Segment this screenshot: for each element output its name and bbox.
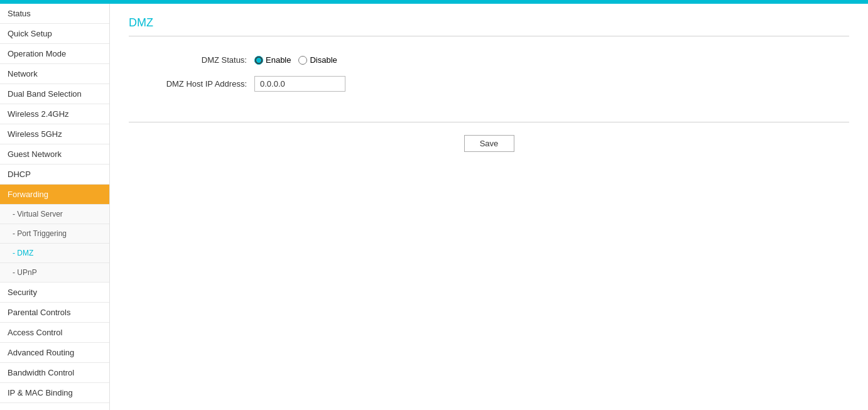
sidebar-item-bandwidth-control[interactable]: Bandwidth Control [0,363,109,383]
form-section: DMZ Status: Enable Disable DMZ Host IP A… [129,49,849,116]
sidebar-item-dual-band-selection[interactable]: Dual Band Selection [0,84,109,104]
disable-radio[interactable] [298,56,307,65]
disable-option[interactable]: Disable [298,55,337,65]
top-divider [129,36,849,36]
sidebar-item-wireless-24ghz[interactable]: Wireless 2.4GHz [0,104,109,124]
dmz-status-row: DMZ Status: Enable Disable [129,55,849,65]
sidebar-item-port-triggering[interactable]: - Port Triggering [0,224,109,244]
sidebar-item-virtual-server[interactable]: - Virtual Server [0,205,109,224]
sidebar-item-status[interactable]: Status [0,4,109,24]
save-row: Save [129,135,849,152]
sidebar-item-guest-network[interactable]: Guest Network [0,144,109,165]
enable-label: Enable [266,55,291,65]
sidebar-item-security[interactable]: Security [0,283,109,303]
sidebar-item-network[interactable]: Network [0,64,109,84]
sidebar-item-access-control[interactable]: Access Control [0,323,109,343]
sidebar-item-dynamic-dns[interactable]: Dynamic DNS [0,403,109,410]
sidebar-item-upnp[interactable]: - UPnP [0,263,109,283]
sidebar-item-advanced-routing[interactable]: Advanced Routing [0,343,109,363]
dmz-host-ip-label: DMZ Host IP Address: [129,79,254,89]
sidebar-item-operation-mode[interactable]: Operation Mode [0,44,109,64]
sidebar-item-quick-setup[interactable]: Quick Setup [0,24,109,44]
bottom-divider [129,122,849,122]
sidebar-item-parental-controls[interactable]: Parental Controls [0,303,109,323]
sidebar-item-wireless-5ghz[interactable]: Wireless 5GHz [0,124,109,144]
sidebar-item-dhcp[interactable]: DHCP [0,165,109,185]
dmz-host-ip-input[interactable] [254,76,345,92]
disable-label: Disable [310,55,337,65]
dmz-status-label: DMZ Status: [129,55,254,65]
page-title: DMZ [129,16,849,30]
sidebar-item-forwarding[interactable]: Forwarding [0,185,109,205]
save-button[interactable]: Save [464,135,514,152]
main-content: DMZ DMZ Status: Enable Disable [110,4,868,410]
dmz-host-ip-row: DMZ Host IP Address: [129,76,849,92]
enable-option[interactable]: Enable [254,55,291,65]
dmz-status-radio-group: Enable Disable [254,55,337,65]
sidebar: StatusQuick SetupOperation ModeNetworkDu… [0,4,110,410]
enable-radio[interactable] [254,56,263,65]
sidebar-item-dmz[interactable]: - DMZ [0,244,109,263]
sidebar-item-ip-mac-binding[interactable]: IP & MAC Binding [0,383,109,403]
